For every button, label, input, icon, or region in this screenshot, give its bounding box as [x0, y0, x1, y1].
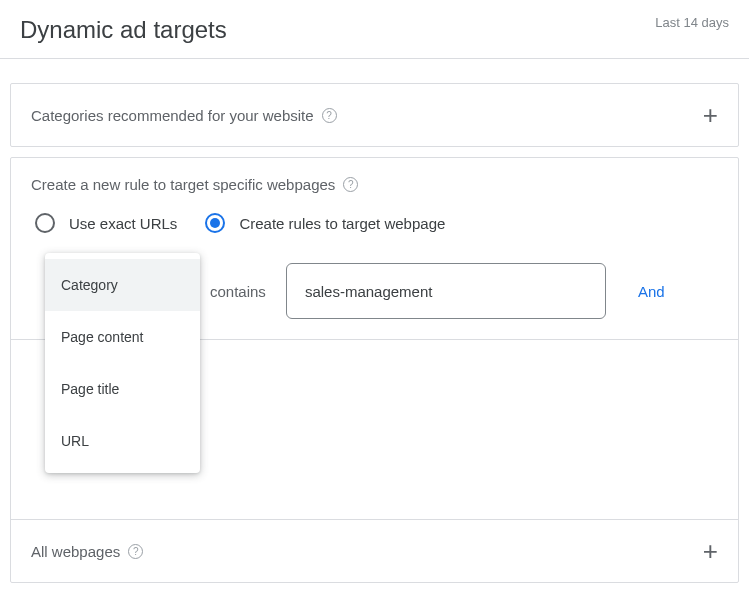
radio-create-rules[interactable]: Create rules to target webpage — [205, 213, 445, 233]
dropdown-item-page-content[interactable]: Page content — [45, 311, 200, 363]
radio-exact-urls[interactable]: Use exact URLs — [35, 213, 177, 233]
content-area: Categories recommended for your website … — [0, 59, 749, 583]
dropdown-item-url[interactable]: URL — [45, 415, 200, 467]
page-header: Dynamic ad targets Last 14 days — [0, 0, 749, 48]
radio-icon — [35, 213, 55, 233]
help-icon[interactable]: ? — [343, 177, 358, 192]
operator-text: contains — [210, 283, 266, 300]
categories-panel-header[interactable]: Categories recommended for your website … — [11, 84, 738, 146]
radio-selected-dot — [210, 218, 220, 228]
attribute-dropdown-menu: Category Page content Page title URL — [45, 253, 200, 473]
plus-icon[interactable]: + — [703, 538, 718, 564]
dropdown-item-category[interactable]: Category — [45, 259, 200, 311]
target-mode-radios: Use exact URLs Create rules to target we… — [11, 205, 738, 253]
plus-icon[interactable]: + — [703, 102, 718, 128]
rule-value-input[interactable] — [286, 263, 606, 319]
rules-panel-title: Create a new rule to target specific web… — [11, 158, 738, 205]
categories-panel: Categories recommended for your website … — [10, 83, 739, 147]
radio-rules-label: Create rules to target webpage — [239, 215, 445, 232]
categories-title-text: Categories recommended for your website — [31, 107, 314, 124]
help-icon[interactable]: ? — [128, 544, 143, 559]
rules-title-text: Create a new rule to target specific web… — [31, 176, 335, 193]
date-range[interactable]: Last 14 days — [655, 15, 729, 30]
radio-exact-label: Use exact URLs — [69, 215, 177, 232]
dropdown-item-page-title[interactable]: Page title — [45, 363, 200, 415]
all-webpages-title: All webpages ? — [31, 543, 143, 560]
add-and-condition[interactable]: And — [638, 283, 665, 300]
page-title: Dynamic ad targets — [20, 16, 227, 44]
all-webpages-row[interactable]: All webpages ? + — [11, 519, 738, 582]
rule-builder-row: Category Page content Page title URL con… — [11, 253, 738, 339]
radio-icon — [205, 213, 225, 233]
categories-panel-title: Categories recommended for your website … — [31, 107, 337, 124]
all-webpages-text: All webpages — [31, 543, 120, 560]
rules-panel: Create a new rule to target specific web… — [10, 157, 739, 583]
help-icon[interactable]: ? — [322, 108, 337, 123]
